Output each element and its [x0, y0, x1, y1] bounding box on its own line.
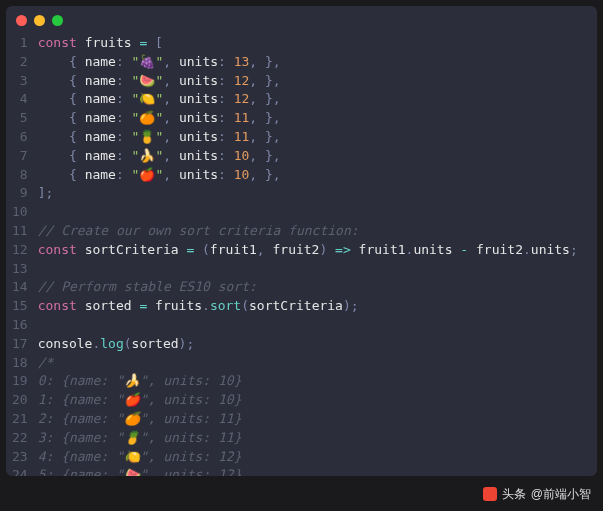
line-number: 7: [12, 147, 28, 166]
line-number: 11: [12, 222, 28, 241]
line-number: 6: [12, 128, 28, 147]
code-line: { name: "🍇", units: 13, },: [38, 53, 578, 72]
code-line: const fruits = [: [38, 34, 578, 53]
code-line: [38, 260, 578, 279]
code-editor: 1234567891011121314151617181920212223242…: [6, 6, 597, 476]
code-line: 2: {name: "🍊", units: 11}: [38, 410, 578, 429]
code-line: { name: "🍋", units: 12, },: [38, 90, 578, 109]
code-line: { name: "🍌", units: 10, },: [38, 147, 578, 166]
line-number: 24: [12, 466, 28, 476]
code-line: 4: {name: "🍋", units: 12}: [38, 448, 578, 467]
line-number: 23: [12, 448, 28, 467]
line-number: 21: [12, 410, 28, 429]
code-line: [38, 316, 578, 335]
line-number: 10: [12, 203, 28, 222]
logo-icon: [483, 487, 497, 501]
watermark-author: @前端小智: [531, 486, 591, 503]
code-line: // Create our own sort criteria function…: [38, 222, 578, 241]
code-line: 3: {name: "🍍", units: 11}: [38, 429, 578, 448]
line-number: 1: [12, 34, 28, 53]
code-line: /*: [38, 354, 578, 373]
line-number: 15: [12, 297, 28, 316]
code-line: 0: {name: "🍌", units: 10}: [38, 372, 578, 391]
code-line: // Perform stable ES10 sort:: [38, 278, 578, 297]
code-line: ];: [38, 184, 578, 203]
maximize-icon[interactable]: [52, 15, 63, 26]
code-line: 5: {name: "🍉", units: 12}: [38, 466, 578, 476]
watermark-prefix: 头条: [502, 486, 526, 503]
line-number: 22: [12, 429, 28, 448]
code-line: { name: "🍉", units: 12, },: [38, 72, 578, 91]
code-line: { name: "🍍", units: 11, },: [38, 128, 578, 147]
line-number: 17: [12, 335, 28, 354]
line-number: 20: [12, 391, 28, 410]
line-number: 16: [12, 316, 28, 335]
line-number: 2: [12, 53, 28, 72]
code-area: 1234567891011121314151617181920212223242…: [6, 34, 597, 476]
window-titlebar: [6, 6, 597, 34]
line-number: 8: [12, 166, 28, 185]
minimize-icon[interactable]: [34, 15, 45, 26]
close-icon[interactable]: [16, 15, 27, 26]
code-line: console.log(sorted);: [38, 335, 578, 354]
line-number-gutter: 1234567891011121314151617181920212223242…: [6, 34, 38, 476]
code-line: [38, 203, 578, 222]
code-line: 1: {name: "🍎", units: 10}: [38, 391, 578, 410]
watermark: 头条 @前端小智: [483, 486, 591, 503]
line-number: 18: [12, 354, 28, 373]
line-number: 12: [12, 241, 28, 260]
line-number: 19: [12, 372, 28, 391]
line-number: 13: [12, 260, 28, 279]
code-content[interactable]: const fruits = [ { name: "🍇", units: 13,…: [38, 34, 578, 476]
code-line: const sorted = fruits.sort(sortCriteria)…: [38, 297, 578, 316]
line-number: 4: [12, 90, 28, 109]
code-line: { name: "🍎", units: 10, },: [38, 166, 578, 185]
line-number: 3: [12, 72, 28, 91]
code-line: const sortCriteria = (fruit1, fruit2) =>…: [38, 241, 578, 260]
line-number: 5: [12, 109, 28, 128]
line-number: 9: [12, 184, 28, 203]
line-number: 14: [12, 278, 28, 297]
code-line: { name: "🍊", units: 11, },: [38, 109, 578, 128]
